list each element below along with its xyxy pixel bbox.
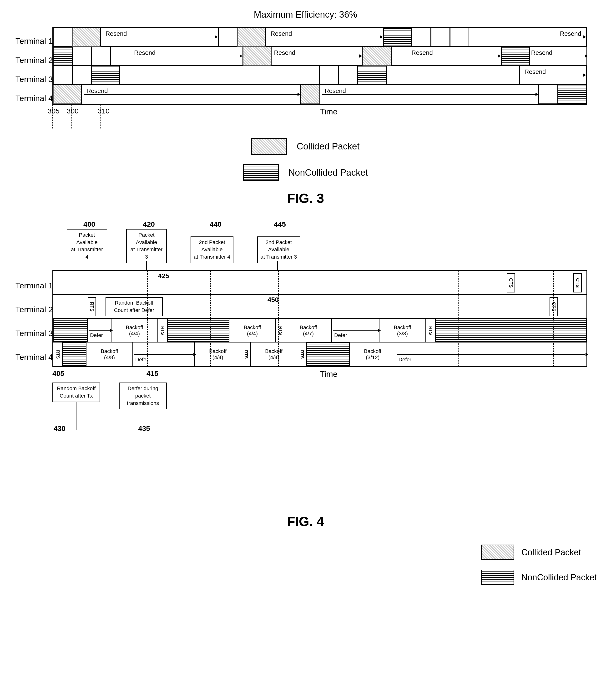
t3-cell2: [72, 66, 91, 85]
t3-backoff1: Backoff (4/4): [111, 319, 158, 342]
t4-pkt2: [307, 342, 350, 366]
t4-cell6: [558, 85, 586, 104]
fig4-t2-label: Terminal 2: [15, 305, 53, 314]
t4-defer-label: Defer: [135, 356, 148, 363]
fig4-num-405: 405: [53, 369, 64, 378]
fig4-dv7: [344, 271, 344, 366]
fig4-dv1: [88, 271, 88, 366]
t4-backoff3: Backoff (4/4): [251, 342, 297, 366]
t3-defer2-arrow: [333, 330, 378, 331]
t2-resend2-label: Resend: [274, 49, 295, 57]
t4-defer2-label: Defer: [399, 356, 412, 363]
fig3-marker-310: 310: [98, 107, 109, 115]
fig4-num-435: 435: [138, 424, 150, 433]
fig4-dv6: [325, 271, 325, 366]
t2-resend4-label: Resend: [531, 49, 552, 57]
fig4-num-445: 445: [274, 220, 286, 228]
fig4-note-430: Random Backoff Count after Tx: [53, 382, 100, 402]
t2-cell8: [362, 47, 391, 66]
fig3-marker-305: 305: [48, 107, 60, 115]
t1-cts1: CTS: [507, 273, 515, 292]
fig4-noncollided-label: NonCollided Packet: [521, 572, 597, 583]
fig4-dv4: [210, 271, 211, 366]
t3-rts1: RTS: [158, 319, 167, 342]
t4-backoff4: Backoff (3/12): [350, 342, 396, 366]
fig4-t3-label: Terminal 3: [15, 329, 53, 338]
fig4-callout-400: Packet Available at Transmitter 4: [67, 229, 107, 263]
fig3-marker-300: 300: [67, 107, 79, 115]
fig4-num-415: 415: [147, 369, 159, 378]
fig4-legend: Collided Packet NonCollided Packet: [481, 544, 597, 585]
t1-cell10: [450, 28, 469, 47]
t3-resend-label: Resend: [524, 68, 546, 75]
fig4-noncollided-box: [481, 570, 514, 585]
t1-cts2: CTS: [573, 273, 582, 292]
t2-cell11: [501, 47, 530, 66]
fig3-collided-box: [251, 138, 287, 155]
t3-cell3: [91, 66, 120, 85]
t3-defer-arrow: [89, 330, 110, 331]
t1-cell7: [383, 28, 412, 47]
fig4-legend-noncollided: NonCollided Packet: [481, 570, 597, 585]
t3-cell4: [120, 66, 320, 84]
fig3-title: Maximum Efficiency: 36%: [14, 10, 597, 20]
t1-cell8: [412, 28, 431, 47]
fig4-dv8: [425, 271, 425, 366]
t1-cts1-text: CTS: [508, 278, 513, 288]
fig3-terminal2-label: Terminal 2: [15, 56, 53, 65]
t2-cell3: [91, 47, 110, 66]
t4-cell3: [301, 85, 320, 104]
fig3-terminal1-label: Terminal 1: [15, 37, 53, 46]
fig4-caption: FIG. 4: [14, 514, 597, 529]
t3-cell6: [339, 66, 358, 85]
fig3-terminal4-label: Terminal 4: [15, 94, 53, 103]
t2-cell2: [72, 47, 91, 66]
fig4-t4-label: Terminal 4: [15, 352, 53, 362]
fig3-terminal3-label: Terminal 3: [15, 75, 53, 84]
t3-cell5: [320, 66, 339, 85]
fig4-note-435: Derfer during packet transmissions: [119, 382, 167, 409]
t2-cell1: [53, 47, 72, 66]
t4-backoff1: Backoff (4/8): [87, 342, 133, 366]
fig3-section: Maximum Efficiency: 36% Terminal 1 Termi…: [14, 10, 597, 206]
t2-rts1: RTS: [88, 297, 96, 316]
fig4-num-400: 400: [84, 220, 95, 228]
fig4-callout-440: 2nd Packet Available at Transmitter 4: [191, 236, 234, 263]
t3-cell7: [358, 66, 386, 85]
t1-resend2-label: Resend: [271, 30, 292, 38]
t1-resend1-label: Resend: [105, 30, 127, 38]
fig4-dv5: [278, 271, 279, 366]
fig3-legend-collided: Collided Packet: [251, 138, 359, 155]
t1-resend3-label: Resend: [560, 30, 581, 38]
t1-cell2: [72, 28, 101, 47]
t1-cell5: [237, 28, 266, 47]
t2-backoff1-text: Random Backoff Count after Defer: [114, 300, 154, 314]
t4-pkt1: [63, 342, 87, 366]
t2-cell9: [391, 47, 410, 66]
t3-rts2: RTS: [276, 319, 285, 342]
fig4-t1-label: Terminal 1: [15, 281, 53, 290]
t4-cell1: [53, 85, 82, 104]
t4-backoff2: Backoff (4/4): [195, 342, 241, 366]
t2-backoff1: Random Backoff Count after Defer: [105, 297, 163, 316]
t4-defer2-arrow: [397, 354, 585, 355]
t4-resend2-arrow: [322, 94, 536, 94]
t4-rts1: RTS: [53, 342, 63, 366]
fig4-dv3: [147, 271, 148, 366]
fig3-noncollided-box: [243, 164, 279, 181]
t2-cell6: [243, 47, 271, 66]
t3-pkt2: [167, 319, 229, 342]
fig3-noncollided-label: NonCollided Packet: [288, 167, 368, 178]
t3-backoff2: Backoff (4/4): [229, 319, 276, 342]
t4-resend1-label: Resend: [87, 87, 108, 94]
t2-resend1-label: Resend: [134, 49, 155, 57]
fig4-num-420: 420: [143, 220, 155, 228]
fig4-num-425: 425: [158, 272, 169, 280]
fig3-collided-label: Collided Packet: [297, 141, 359, 151]
fig3-legend-noncollided: NonCollided Packet: [243, 164, 368, 181]
fig3-time-label: Time: [320, 107, 338, 116]
t3-rts3: RTS: [426, 319, 435, 342]
t3-defer2-label: Defer: [334, 332, 347, 338]
fig4-collided-label: Collided Packet: [521, 548, 581, 557]
t3-cell8: [386, 66, 520, 84]
